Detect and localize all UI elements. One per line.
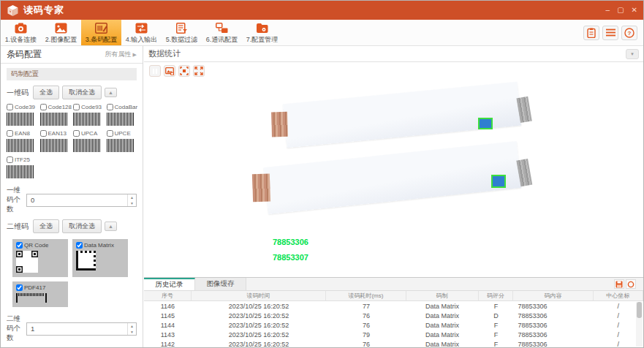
toolbar-tab-5[interactable]: 5.数据过滤 — [162, 20, 202, 45]
twod-barcode-tile-1: QR Code — [12, 239, 68, 277]
checkbox-input[interactable] — [7, 130, 13, 137]
column-header-6[interactable]: 码内容 — [513, 291, 593, 300]
table-cell: 78853306 — [513, 339, 593, 347]
table-scrollbar[interactable] — [636, 302, 643, 347]
checkbox-input[interactable] — [40, 104, 47, 110]
table-cell: 1144 — [144, 320, 192, 330]
twod-deselect-all-button[interactable]: 取消全选 — [62, 219, 102, 233]
checkbox-input[interactable] — [16, 284, 23, 291]
all-properties-link[interactable]: 所有属性 ▶ — [105, 50, 137, 59]
scrollbar-thumb[interactable] — [637, 302, 642, 318]
toolbar-tab-6[interactable]: 6.通讯配置 — [202, 20, 242, 45]
toolbar-button-icon: ? — [624, 28, 634, 38]
column-header-2[interactable]: 读码时间 — [192, 291, 326, 300]
viewer-button-2[interactable] — [164, 65, 175, 77]
twod-barcode-checkbox[interactable]: QR Code — [16, 242, 64, 249]
column-header-5[interactable]: 码评分 — [479, 291, 514, 300]
toolbar-tab-4[interactable]: 4.输入输出 — [121, 20, 162, 45]
barcode-type-checkbox[interactable]: EAN13 — [40, 130, 72, 137]
toolbar-button-2[interactable] — [602, 26, 618, 40]
checkbox-input[interactable] — [107, 104, 113, 110]
panel-collapse-button[interactable]: ▼ — [626, 49, 639, 59]
toolbar-tab-2[interactable]: 2.图像配置 — [41, 20, 81, 45]
barcode-preview — [73, 139, 102, 152]
checkbox-input[interactable] — [40, 130, 47, 137]
barcode-type-label: UPCE — [115, 130, 131, 137]
table-row-5[interactable]: 11422023/10/25 16:20:5276Data MatrixF788… — [144, 339, 643, 347]
spinner-up-icon[interactable]: ▲ — [128, 323, 136, 329]
barcode-type-checkbox[interactable]: UPCE — [107, 130, 139, 137]
column-header-3[interactable]: 读码耗时(ms) — [326, 291, 406, 300]
clear-history-button[interactable] — [626, 279, 636, 289]
table-cell: 78853306 — [513, 330, 593, 339]
viewer-button-1[interactable] — [149, 65, 161, 77]
toolbar-tab-3[interactable]: 3.条码配置 — [81, 20, 121, 45]
oned-deselect-all-button[interactable]: 取消全选 — [62, 86, 102, 99]
oned-select-all-button[interactable]: 全选 — [33, 86, 59, 99]
table-row-3[interactable]: 11442023/10/25 16:20:5276Data MatrixF788… — [144, 320, 643, 330]
checkbox-input[interactable] — [7, 156, 13, 163]
barcode-type-checkbox[interactable]: CodaBar — [107, 104, 139, 110]
window-controls: – ▢ ✕ — [606, 7, 637, 14]
barcode-type-checkbox[interactable]: EAN8 — [7, 130, 39, 137]
close-button[interactable]: ✕ — [632, 7, 637, 14]
barcode-type-checkbox[interactable]: Code39 — [7, 104, 39, 110]
barcode-type-checkbox[interactable]: UPCA — [73, 130, 105, 137]
checkbox-input[interactable] — [73, 104, 80, 110]
decode-results: 78853306 78853307 — [273, 238, 308, 262]
table-cell: 78853306 — [513, 301, 593, 311]
barcode-config-panel: 条码配置 所有属性 ▶ 码制配置 一维码 全选 取消全选 ▲ Code39 — [1, 46, 143, 347]
toolbar-tab-7[interactable]: 7.配置管理 — [242, 20, 282, 45]
column-header-4[interactable]: 码制 — [406, 291, 479, 300]
barcode-type-item-4: CodaBar — [107, 104, 139, 126]
twod-barcode-checkbox[interactable]: Data Matrix — [76, 242, 124, 249]
viewer-button-icon — [165, 67, 174, 75]
checkbox-input[interactable] — [107, 130, 113, 137]
table-cell: 77 — [326, 301, 406, 311]
oned-group-header: 一维码 全选 取消全选 ▲ — [7, 86, 137, 99]
table-cell: 2023/10/25 16:20:52 — [192, 320, 326, 330]
viewer-button-icon — [153, 69, 157, 74]
spinner-down-icon[interactable]: ▼ — [128, 329, 136, 335]
barcode-type-checkbox[interactable]: ITF25 — [7, 156, 39, 163]
table-cell: 79 — [326, 330, 406, 339]
table-cell: Data Matrix — [406, 301, 479, 311]
spinner-down-icon[interactable]: ▼ — [128, 200, 136, 206]
maximize-button[interactable]: ▢ — [617, 7, 624, 14]
oned-count-input[interactable] — [27, 194, 127, 206]
save-history-button[interactable] — [614, 279, 624, 289]
tab-label: 3.条码配置 — [86, 35, 118, 45]
tab-label: 4.输入输出 — [126, 35, 158, 45]
table-row-4[interactable]: 11432023/10/25 16:20:5279Data MatrixF788… — [144, 330, 643, 339]
history-tab-2[interactable]: 图像缓存 — [195, 278, 246, 290]
toolbar-tab-1[interactable]: 1.设备连接 — [1, 20, 41, 45]
table-cell: 2023/10/25 16:20:52 — [192, 301, 326, 311]
barcode-type-label: ITF25 — [15, 156, 30, 163]
column-header-7[interactable]: 中心坐标 — [594, 291, 643, 300]
spinner-up-icon[interactable]: ▲ — [128, 194, 136, 200]
history-tab-1[interactable]: 历史记录 — [144, 278, 195, 290]
minimize-button[interactable]: – — [606, 7, 610, 14]
twod-collapse-button[interactable]: ▲ — [105, 222, 117, 231]
barcode-type-checkbox[interactable]: Code93 — [73, 104, 105, 110]
twod-count-input[interactable] — [27, 323, 127, 335]
checkbox-input[interactable] — [73, 130, 80, 137]
checkbox-input[interactable] — [7, 104, 13, 110]
checkbox-input[interactable] — [76, 242, 83, 249]
viewer-button-4[interactable] — [193, 65, 205, 77]
toolbar-button-3[interactable]: ? — [621, 26, 637, 40]
table-cell: 76 — [326, 339, 406, 347]
barcode-type-checkbox[interactable]: Code128 — [40, 104, 72, 110]
table-cell: 76 — [326, 320, 406, 330]
copper-tab — [271, 112, 288, 137]
column-header-1[interactable]: 序号 — [144, 291, 192, 300]
table-row-2[interactable]: 11452023/10/25 16:20:5276Data MatrixD788… — [144, 311, 643, 320]
checkbox-input[interactable] — [16, 242, 23, 249]
oned-collapse-button[interactable]: ▲ — [105, 88, 117, 97]
table-row-1[interactable]: 11462023/10/25 16:20:5277Data MatrixF788… — [144, 301, 643, 311]
tabbar-spacer — [246, 278, 614, 290]
twod-select-all-button[interactable]: 全选 — [33, 219, 59, 233]
toolbar-button-1[interactable] — [583, 26, 599, 40]
twod-barcode-checkbox[interactable]: PDF417 — [16, 284, 64, 291]
viewer-button-3[interactable] — [178, 65, 190, 77]
